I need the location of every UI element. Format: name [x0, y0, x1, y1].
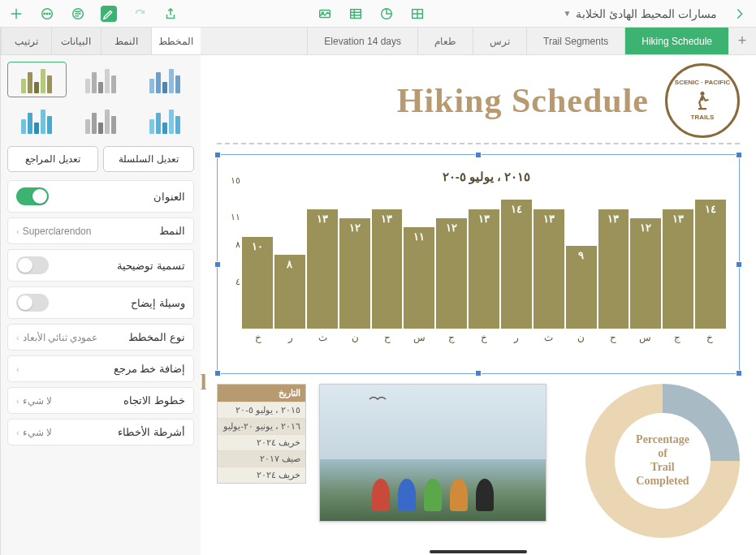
table-row[interactable]: ٢٠١٥ ، يوليو ٥-٢٠: [218, 402, 305, 418]
refline-row[interactable]: إضافة خط مرجع ‹: [7, 355, 194, 382]
cell-icon[interactable]: [409, 6, 426, 22]
table-row[interactable]: خريف ٢٠٢٤: [218, 434, 305, 450]
date-table[interactable]: التاريخ ٢٠١٥ ، يوليو ٥-٢٠٢٠١٦ ، يونيو ٢٠…: [217, 384, 306, 484]
bar-value-label: ١٤: [511, 203, 522, 215]
person-silhouette: [476, 479, 494, 511]
edit-refs-button[interactable]: تعديل المراجع: [7, 146, 98, 172]
paint-icon[interactable]: [101, 6, 117, 22]
add-sheet-button[interactable]: +: [728, 28, 756, 54]
chart-icon[interactable]: [378, 6, 395, 22]
bar-value-label: ١٣: [381, 213, 392, 225]
chart-title: ٢٠١٥ ، يوليو ٥-٢٠: [242, 170, 731, 184]
chart-bar: ١٤: [695, 200, 726, 329]
chart-type-row[interactable]: نوع المخطط ‹عمودي ثنائي الأبعاد: [7, 324, 194, 351]
table-title-fragment: ail: [201, 369, 207, 395]
bar-value-label: ١٣: [478, 213, 490, 225]
caption-row[interactable]: تسمية توضيحية: [7, 249, 194, 282]
add-icon[interactable]: [8, 6, 24, 22]
person-silhouette: [450, 479, 468, 511]
chart-style-thumb[interactable]: [7, 102, 67, 138]
bar-value-label: ١٣: [672, 213, 684, 225]
x-tick: ح: [371, 332, 404, 343]
bar-value-label: ١٣: [543, 213, 555, 225]
chart-bar: ٨: [274, 255, 305, 329]
sheet-tab-hiking[interactable]: Hiking Schedule: [624, 28, 728, 54]
x-tick: ن: [564, 332, 597, 343]
table-row[interactable]: خريف ٢٠٢٤: [218, 467, 305, 483]
chart-bar: ١٣: [534, 209, 564, 329]
format-icon[interactable]: [70, 6, 86, 22]
x-tick: ن: [339, 332, 371, 343]
table-row[interactable]: ٢٠١٦ ، يونيو ٢٠-يوليو: [218, 418, 305, 434]
bar-value-label: ١٢: [349, 222, 361, 234]
person-silhouette: [398, 479, 416, 511]
edit-series-button[interactable]: تعديل السلسلة: [103, 146, 194, 172]
x-tick: ح: [597, 332, 629, 343]
chart-bar: ١٢: [630, 218, 661, 329]
share-icon[interactable]: [162, 6, 179, 22]
x-tick: ج: [662, 332, 694, 343]
spreadsheet-canvas[interactable]: Hiking Schedule SCENIC · PACIFIC TRAILS …: [201, 55, 756, 555]
table-icon[interactable]: [348, 6, 364, 22]
donut-label: PercentageofTrailCompleted: [585, 384, 740, 538]
chart-style-thumb[interactable]: [135, 62, 194, 97]
chart-style-thumb[interactable]: [71, 102, 131, 138]
x-tick: ث: [306, 332, 339, 343]
style-row[interactable]: النمط ‹Superclarendon: [7, 217, 194, 244]
back-icon[interactable]: [732, 6, 748, 22]
person-silhouette: [372, 479, 390, 511]
media-icon[interactable]: [317, 6, 333, 22]
title-toggle-row[interactable]: العنوان: [7, 180, 194, 213]
chart-style-thumb[interactable]: [135, 102, 194, 138]
chart-style-thumb[interactable]: [7, 62, 67, 97]
legend-row[interactable]: وسيلة إيضاح: [7, 286, 194, 319]
bar-value-label: ٨: [287, 258, 292, 270]
bar-value-label: ٩: [578, 249, 584, 261]
chart-style-thumb[interactable]: [71, 62, 131, 97]
top-toolbar: ▼مسارات المحيط الهادئ الخلابة: [0, 0, 756, 28]
chart-bar: ١٤: [501, 200, 532, 329]
bar-value-label: ١٣: [607, 213, 619, 225]
svg-point-1: [44, 13, 45, 14]
document-title[interactable]: ▼مسارات المحيط الهادئ الخلابة: [563, 7, 717, 20]
inspector-panel: تعديل المراجع تعديل السلسلة العنوان النم…: [0, 55, 201, 555]
y-tick: ٨: [235, 239, 240, 250]
x-tick: ث: [533, 332, 565, 343]
completion-donut[interactable]: PercentageofTrailCompleted: [585, 384, 740, 538]
error-row[interactable]: أشرطة الأخطاء ‹لا شيء: [7, 419, 194, 445]
svg-point-2: [46, 13, 47, 14]
bar-value-label: ١٢: [446, 222, 457, 234]
sheet-tab-elevation[interactable]: Elevation 14 days: [307, 28, 417, 54]
sheet-tab-gear[interactable]: ترس: [473, 28, 526, 54]
chart-bar: ١٢: [436, 218, 467, 329]
legend-toggle[interactable]: [16, 294, 49, 312]
bird-icon: [369, 394, 387, 404]
inspector-tabs: ترتيب البيانات النمط المخطط: [0, 28, 201, 54]
x-tick: خ: [468, 332, 500, 343]
chart-bar: ١٢: [339, 218, 370, 329]
table-header: التاريخ: [218, 385, 305, 402]
table-row[interactable]: صيف ٢٠١٧: [218, 450, 305, 467]
title-toggle[interactable]: [16, 187, 49, 205]
svg-rect-7: [350, 9, 361, 18]
more-icon[interactable]: [39, 6, 55, 22]
sheet-tabs: + Hiking Schedule Trail Segments ترس طعا…: [201, 28, 756, 54]
sheet-tab-segments[interactable]: Trail Segments: [526, 28, 624, 54]
sheet-tab-food[interactable]: طعام: [417, 28, 473, 54]
inspector-tab-chart[interactable]: المخطط: [151, 28, 201, 54]
bar-value-label: ١٠: [252, 240, 263, 252]
caption-toggle[interactable]: [16, 256, 49, 274]
bar-value-label: ١٣: [317, 213, 328, 225]
chart-bar: ١٣: [598, 209, 629, 329]
inspector-tab-style[interactable]: النمط: [101, 28, 151, 54]
tabs-bar: ترتيب البيانات النمط المخطط + Hiking Sch…: [0, 28, 756, 55]
bar-chart-selected[interactable]: ٢٠١٥ ، يوليو ٥-٢٠ ٤٨١١١٥ ١٤١٣١٢١٣٩١٣١٤١٣…: [217, 154, 740, 374]
inspector-tab-data[interactable]: البيانات: [51, 28, 102, 54]
bar-value-label: ١٤: [705, 203, 716, 215]
redo-icon: [132, 6, 148, 22]
beach-photo[interactable]: [319, 384, 546, 522]
inspector-tab-arrange[interactable]: ترتيب: [1, 28, 51, 54]
hiker-icon: [690, 88, 715, 113]
y-tick: ١٥: [231, 175, 240, 186]
trend-row[interactable]: خطوط الاتجاه ‹لا شيء: [7, 387, 194, 414]
